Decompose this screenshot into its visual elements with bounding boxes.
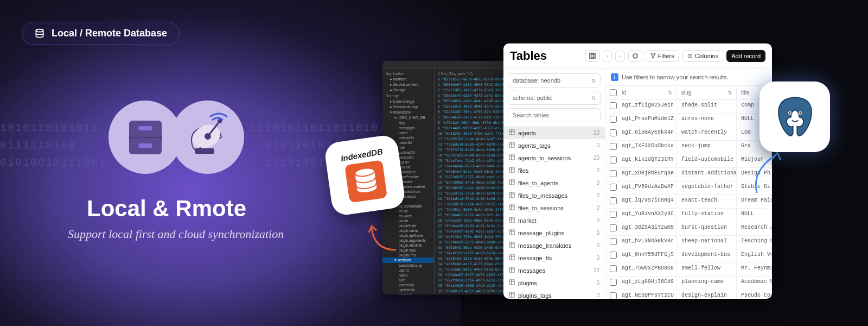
devtools-key-row[interactable]: 12 "7396de34-6205-4c47-b070-c7aff3c112a2…	[435, 142, 507, 147]
devtools-table-selected[interactable]: ▾ sessions	[382, 258, 434, 263]
next-button[interactable]: ›	[615, 51, 624, 62]
devtools-key-row[interactable]: 38 "35a34925-d008-4fb3-a142-c0eba5feabab…	[435, 283, 507, 289]
devtools-table[interactable]: userId	[382, 268, 434, 273]
devtools-app-item[interactable]: ▸ Storage	[382, 87, 434, 93]
table-list-item[interactable]: message_translates0	[503, 239, 605, 252]
devtools-key-row[interactable]: 25 "d88ab462-231c-4e62-97f-36e6d00964eba…	[435, 212, 507, 218]
table-list-item[interactable]: plugins0	[503, 277, 605, 289]
row-checkbox[interactable]	[610, 265, 617, 272]
row-checkbox[interactable]	[610, 143, 617, 150]
devtools-storage-group[interactable]: ▾ IndexedDB	[382, 110, 434, 115]
devtools-key-row[interactable]: 5 "2aa9201d-3800-4840-8c73-e6ee01683e0f"	[435, 104, 507, 109]
table-list-item[interactable]: market0	[503, 214, 605, 227]
devtools-key-row[interactable]: 6 "32462497-705e-4f95-87b-53935aa5445a"	[435, 109, 507, 115]
table-row[interactable]: agt_6nnY55dFFGjSdevelopment-busEnglish V…	[605, 249, 772, 263]
row-checkbox[interactable]	[610, 184, 617, 191]
devtools-app-item[interactable]: ▸ Service workers	[382, 82, 434, 87]
devtools-key-row[interactable]: 1 "d950de67-e882-4643-9312-81d0e1224f13"	[435, 82, 507, 87]
sort-icon[interactable]: ⇅	[727, 90, 732, 96]
table-row[interactable]: agt_6i5GAyE8kX4nwatch-recentlyLOG	[605, 127, 772, 141]
devtools-key-row[interactable]: 11 "5e205792-3c4e-4c4d-8247-b1e8f0dd0463…	[435, 136, 507, 142]
devtools-key-row[interactable]: 33 "28381b3-3239-4c0e-8f5b-8067b54cbfdb"	[435, 256, 507, 261]
devtools-key-row[interactable]: 36 "c84daa07-6977-4b73-b283-df721f4aa560…	[435, 272, 507, 278]
devtools-key-row[interactable]: 27 "65ab4e90-9203-4c21-9c3e-7bb7f660f801…	[435, 223, 507, 229]
table-list-item[interactable]: messages12	[503, 264, 605, 277]
devtools-key-row[interactable]: 0 "82eeb533-963b-4875-b350-c0d499f55eed"	[435, 77, 507, 82]
devtools-key-row[interactable]: 16 "34a04e4a-8873-4eb7-b48e-d6aedcff8270…	[435, 164, 507, 169]
devtools-key-row[interactable]: 10 "5b1825e-4d28-4f56-ad14-fffe2e888850"	[435, 131, 507, 136]
table-row[interactable]: agt_zLg80HjI6Cd9planning-cameAcademic Wr…	[605, 277, 772, 290]
table-list-item[interactable]: message_plugins0	[503, 227, 605, 239]
devtools-storage-group[interactable]: ▸ Session storage	[382, 104, 434, 110]
devtools-key-row[interactable]: 7 "d6094636-c439-4117-aeb-1f8cc1fadc82"	[435, 115, 507, 120]
table-row[interactable]: agt_zfIig023Jeinshade-splitComp	[605, 100, 772, 114]
devtools-key-row[interactable]: 24 "f9d481c-5b88-4e4e-b93b-3ff778d33880"	[435, 207, 507, 212]
prev-button[interactable]: ‹	[603, 51, 612, 62]
devtools-key-row[interactable]: 20 "87bdbf62-e4ac-4b48-bcb8-620ac1bc1e10…	[435, 185, 507, 191]
sort-icon[interactable]: ⇅	[668, 90, 672, 96]
devtools-key-row[interactable]: 28 "7e43eebf-9641-4161-abd7-2b77507e508"	[435, 229, 507, 234]
devtools-key-row[interactable]: 22 "391bd1e4-33d4-4c36-8e9d-7b4b54a4deb0…	[435, 196, 507, 202]
devtools-table[interactable]: sessionGroups	[382, 263, 434, 268]
table-list-item[interactable]: message_tts0	[503, 252, 605, 264]
row-checkbox[interactable]	[610, 102, 617, 109]
table-list-item[interactable]: plugins_tags0	[503, 289, 605, 299]
row-checkbox[interactable]	[610, 197, 617, 204]
row-checkbox[interactable]	[610, 252, 617, 259]
devtools-key-row[interactable]: 3 "35055c47-da84-4371-ac42-014dec18fab9"	[435, 93, 507, 98]
row-checkbox[interactable]	[610, 224, 617, 231]
table-row[interactable]: agt_hvL3NOGakV8csheep-nationalTeaching M…	[605, 236, 772, 249]
devtools-key-row[interactable]: 32 "14eaf362-0187-4c00-8374-c4bb058e61ba…	[435, 250, 507, 256]
filters-button[interactable]: Filters	[646, 50, 679, 62]
devtools-key-row[interactable]: 37 "692f9d50-5db6-4bc3-a21e-1da49dc63487…	[435, 278, 507, 283]
table-list-item[interactable]: agents_to_sessions20	[503, 152, 605, 164]
devtools-key-row[interactable]: 29 "dd81384-720b-4b88-8e2d-376c28bdc882"	[435, 234, 507, 240]
devtools-table[interactable]: name	[382, 273, 434, 278]
devtools-key-row[interactable]: 14 "b8c816b5-b94d-4309-8edd-94d11aa13083…	[435, 153, 507, 158]
devtools-table[interactable]: sort	[382, 278, 434, 283]
table-list-item[interactable]: files_to_messages0	[503, 189, 605, 202]
devtools-table[interactable]: createdAt	[382, 283, 434, 287]
devtools-key-row[interactable]: 26 "e4dce20-fab2-4508-9c45-e7be697e8c0d"	[435, 218, 507, 223]
devtools-table[interactable]: name	[382, 130, 434, 135]
devtools-key-row[interactable]: 34 "ad69e4b-aec3-4173-b94e-c5e68e1ee16b"	[435, 261, 507, 267]
table-row[interactable]: agt_30ZSA3iYzwm5burst-questionResearch A…	[605, 222, 772, 236]
devtools-key-row[interactable]: 18 "595346ff-3317-40d8-aabf-c09b5e22a3ba…	[435, 174, 507, 180]
row-checkbox[interactable]	[610, 238, 617, 245]
table-row[interactable]: agt_NE5DPFsYtzCUdesign-explainPseudo Cod…	[605, 290, 772, 299]
devtools-key-row[interactable]: 15 "8bbe7eec-7de2-47ce-a3fc-a4f7ec1e8a85…	[435, 158, 507, 164]
devtools-app-item[interactable]: ▸ Manifest	[382, 77, 434, 82]
devtools-table[interactable]: messages	[382, 126, 434, 130]
devtools-key-row[interactable]: 19 "0e73998b-94c6-460a-b7a0-458ce044e24"	[435, 180, 507, 185]
devtools-key-row[interactable]: 23 "340e867b-7a9a-4cbc-9c55-34a83a2ff277…	[435, 202, 507, 207]
devtools-key-row[interactable]: 13 "750f377d-6a85-4bbd-8d5b-089f4de88beb…	[435, 147, 507, 153]
table-list-item[interactable]: files_to_sessions0	[503, 202, 605, 214]
table-list-item[interactable]: files_to_agents0	[503, 177, 605, 189]
table-row[interactable]: agt_PrsoPuMidm1Zacres-noneNULL	[605, 114, 772, 127]
table-row[interactable]: agt_75W9xZPBO8O8smell-fellowMr. Feynman	[605, 263, 772, 277]
search-tables-input[interactable]	[508, 108, 601, 122]
devtools-key-row[interactable]: 40 "a014d5b-892a-4e92-8a5a-bd94d7f7f5f"	[435, 294, 507, 294]
select-all-checkbox[interactable]	[610, 89, 617, 96]
devtools-key-row[interactable]: 35 "c9a1b0a-9d1e-445e-bfad-6de032aaeaa5"	[435, 267, 507, 272]
devtools-table[interactable]: files	[382, 121, 434, 126]
devtools-key-row[interactable]: 30 "65e84e88-20c5-4e4e-8b98-2ea600def640…	[435, 240, 507, 245]
devtools-key-row[interactable]: 17 "b7a04e4-6c2e-4e23-b0cb-14d6e9cbe89f"	[435, 169, 507, 174]
row-checkbox[interactable]	[610, 156, 617, 164]
devtools-table[interactable]: updatedAt	[382, 287, 434, 292]
devtools-key-row[interactable]: 31 "631b549-55bb-4310-b460-0e565caf53c"	[435, 245, 507, 250]
add-record-button[interactable]: Add record	[726, 50, 765, 62]
devtools-key-row[interactable]: 9 "26de4480-9908-4c83-a317-ec902e7ee22d"	[435, 126, 507, 131]
row-checkbox[interactable]	[610, 211, 617, 218]
refresh-button[interactable]	[628, 50, 642, 62]
columns-button[interactable]: Columns	[682, 50, 723, 62]
row-checkbox[interactable]	[610, 292, 617, 299]
fullscreen-button[interactable]	[585, 50, 599, 62]
devtools-key-row[interactable]: 2 "15e57db5-148c-471e-93e9-3d233db6b162"	[435, 87, 507, 93]
devtools-table[interactable]: sessions	[382, 292, 434, 294]
row-checkbox[interactable]	[610, 279, 617, 286]
devtools-key-row[interactable]: 8 "ef8b2a4-1644-4bdc-8f9d-dbfc6f4f5ce24"	[435, 120, 507, 126]
devtools-storage-group[interactable]: ▸ Local storage	[382, 99, 434, 104]
table-list-item[interactable]: agents20	[503, 127, 605, 139]
row-checkbox[interactable]	[610, 129, 617, 136]
